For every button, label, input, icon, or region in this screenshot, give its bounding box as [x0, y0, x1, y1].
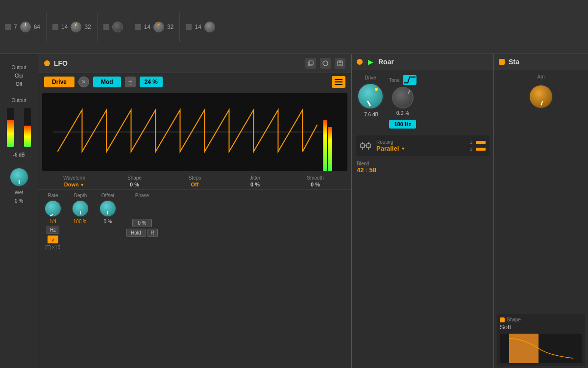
- list-icon: [335, 79, 343, 85]
- seq-square-2[interactable]: [52, 24, 58, 30]
- mod-x-button[interactable]: ✕: [78, 77, 89, 87]
- seq-knob-2[interactable]: [71, 22, 81, 32]
- rate-knob[interactable]: [44, 200, 62, 217]
- shape-status-dot[interactable]: [500, 317, 505, 322]
- seq-square-5[interactable]: [186, 24, 192, 30]
- lfo-title: LFO: [54, 59, 301, 67]
- seq-val-1: 64: [34, 24, 40, 30]
- waveform-display[interactable]: [42, 93, 347, 171]
- r-button[interactable]: R: [147, 229, 158, 237]
- svg-rect-8: [323, 120, 327, 171]
- phase-control: Phase 0 % Hold R: [126, 193, 158, 237]
- seq-group-1: 7 64: [5, 22, 40, 32]
- lfo-panel: LFO Drive ✕ Mod ± 24 %: [38, 54, 352, 368]
- amp-knob[interactable]: [529, 84, 553, 109]
- rate-label: Rate: [48, 193, 58, 198]
- depth-control: Depth 100 %: [72, 193, 89, 224]
- mod-row: Drive ✕ Mod ± 24 %: [38, 73, 351, 91]
- wet-label: Wet: [3, 190, 35, 195]
- ch2-bar: 2: [470, 147, 486, 152]
- tone-section: Tone 0.0 % 180 Hz: [389, 75, 416, 129]
- svg-rect-1: [309, 61, 313, 65]
- lfo-save-icon[interactable]: [335, 58, 345, 69]
- seq-group-4: 14 32: [135, 22, 174, 32]
- ch1-label: 1: [470, 140, 474, 145]
- db-value: -6 dB: [3, 152, 35, 158]
- tone-percent: 0.0 %: [396, 110, 409, 116]
- drive-knob[interactable]: [357, 82, 384, 110]
- svg-rect-3: [339, 61, 342, 63]
- steps-value[interactable]: Off: [191, 182, 199, 187]
- output-label-1: Output: [3, 65, 35, 70]
- roar-header: ▶ Roar: [352, 54, 493, 70]
- x10-label: ×10: [52, 245, 60, 250]
- jitter-label: Jitter: [250, 175, 261, 181]
- lfo-copy-icon[interactable]: [305, 58, 316, 69]
- routing-value[interactable]: Parallel: [376, 145, 399, 152]
- routing-arrow-icon[interactable]: ▼: [401, 146, 405, 151]
- level-fill-left: [7, 120, 14, 147]
- hz-display[interactable]: 180 Hz: [389, 120, 416, 129]
- sep-1: [46, 12, 47, 42]
- hold-button[interactable]: Hold: [126, 229, 146, 237]
- note-symbol: ♪: [51, 237, 54, 242]
- right-main: Am: [494, 70, 588, 312]
- wet-knob[interactable]: [9, 167, 29, 187]
- level-bar-left: [7, 108, 14, 147]
- seq-knob-3[interactable]: [112, 22, 123, 32]
- routing-label-text: Routing: [376, 139, 465, 145]
- svg-rect-18: [509, 334, 539, 363]
- roar-title: Roar: [378, 58, 489, 66]
- ch2-line: [476, 148, 486, 151]
- x10-checkbox[interactable]: [46, 245, 50, 250]
- svg-rect-9: [328, 127, 332, 171]
- right-panel: Sta Am Shape Soft: [494, 54, 588, 368]
- seq-square-3[interactable]: [103, 24, 109, 30]
- smooth-value[interactable]: 0 %: [311, 182, 320, 187]
- filter-type-button[interactable]: [403, 75, 416, 85]
- phase-value[interactable]: 0 %: [132, 219, 151, 227]
- shape-display[interactable]: [500, 334, 582, 363]
- mod-plus-button[interactable]: ±: [125, 77, 136, 87]
- sequencer-bar: 7 64 14 32 14 32 14: [0, 0, 588, 54]
- right-title: Sta: [509, 58, 519, 66]
- clip-value: Off: [3, 81, 35, 87]
- drive-button[interactable]: Drive: [44, 77, 74, 87]
- depth-label: Depth: [74, 193, 87, 198]
- tone-knob[interactable]: [392, 87, 414, 108]
- lfo-refresh-icon[interactable]: [320, 58, 331, 69]
- seq-group-3: [103, 22, 123, 32]
- tone-label: Tone: [389, 78, 400, 83]
- seq-group-2: 14 32: [52, 22, 91, 32]
- mod-percent-display: 24 %: [140, 77, 163, 87]
- shape-value[interactable]: 0 %: [130, 182, 139, 187]
- x10-box: ×10: [46, 245, 60, 250]
- roar-status-dot[interactable]: [357, 59, 363, 65]
- note-icon[interactable]: ♪: [48, 236, 58, 243]
- svg-rect-11: [361, 144, 365, 148]
- jitter-value[interactable]: 0 %: [250, 182, 260, 187]
- waveform-value[interactable]: Down: [64, 182, 84, 187]
- seq-square-1[interactable]: [5, 24, 11, 30]
- mod-list-button[interactable]: [332, 76, 345, 88]
- mod-button[interactable]: Mod: [93, 77, 121, 87]
- lfo-status-dot[interactable]: [44, 60, 50, 66]
- lfo-header: LFO: [38, 54, 351, 73]
- seq-knob-4[interactable]: [153, 22, 164, 32]
- offset-knob[interactable]: [99, 200, 117, 217]
- bottom-controls: Rate 1/4 Hz ♪ ×10 Depth 100: [38, 189, 351, 253]
- blend-value-1[interactable]: 42: [357, 166, 364, 174]
- depth-knob[interactable]: [72, 200, 89, 217]
- seq-knob-1[interactable]: [20, 22, 31, 32]
- seq-square-4[interactable]: [135, 24, 141, 30]
- seq-knob-5[interactable]: [204, 22, 215, 32]
- right-status-dot[interactable]: [499, 59, 505, 65]
- blend-section: Blend 42 / 58: [352, 158, 493, 177]
- waveform-label: Waveform: [63, 175, 85, 181]
- shape-label-row: Shape: [500, 317, 582, 322]
- seq-num-1: 7: [14, 24, 17, 30]
- seq-val-2: 32: [84, 24, 91, 30]
- roar-play-button[interactable]: ▶: [367, 58, 374, 66]
- blend-value-2[interactable]: 58: [369, 166, 376, 174]
- hz-box[interactable]: Hz: [47, 226, 59, 234]
